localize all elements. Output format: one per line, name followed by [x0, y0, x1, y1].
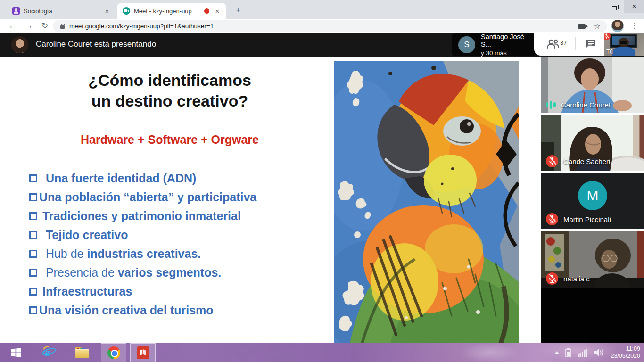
camera-in-use-icon[interactable]	[578, 24, 586, 29]
bullet-list: Una fuerte identidad (ADN) Una población…	[29, 169, 312, 320]
speaking-indicator-icon	[546, 100, 556, 109]
mic-muted-icon	[546, 272, 558, 285]
self-label: Tú	[606, 49, 613, 55]
clock-time: 11:09	[611, 346, 640, 353]
toast-line2: y 30 más	[481, 49, 535, 57]
bullet-item: Una visión creativa del turismo	[29, 301, 312, 320]
slide-title: ¿Cómo identificamos un destino creativo?	[33, 70, 306, 111]
participants-filmstrip: Caroline Couret Cande Sac	[541, 57, 644, 343]
presenting-banner: Caroline Couret está presentando	[36, 40, 156, 49]
network-signal-icon[interactable]	[578, 348, 588, 357]
participants-button[interactable]: 37	[546, 38, 567, 49]
system-tray: 11:09 23/05/2020	[554, 343, 640, 362]
folder-icon	[75, 347, 89, 358]
windows-taskbar: e	[0, 343, 644, 362]
slide-title-line1: ¿Cómo identificamos	[33, 70, 306, 90]
self-video-pip[interactable]: Tú	[604, 33, 644, 56]
bullet-item: Infraestructuras	[29, 282, 312, 301]
video-tile-martin[interactable]: M Martin Piccinali	[541, 173, 644, 229]
internet-explorer-button[interactable]: e	[37, 343, 61, 362]
battery-icon[interactable]	[565, 348, 571, 357]
browser-profile-avatar[interactable]	[611, 20, 624, 32]
tray-expand-icon[interactable]	[554, 351, 559, 354]
url-text[interactable]: meet.google.com/kzy-mgen-uup?pli=1&authu…	[69, 23, 578, 30]
restore-icon	[612, 6, 617, 10]
mic-muted-icon	[604, 33, 611, 40]
window-restore-button[interactable]	[604, 0, 624, 13]
media-recording-indicator-icon	[204, 8, 209, 14]
meet-favicon-icon	[123, 7, 130, 15]
start-button[interactable]	[4, 343, 28, 362]
windows-logo-icon	[10, 347, 22, 358]
tab-title: Meet - kzy-mgen-uup	[134, 8, 200, 15]
window-controls: – ×	[585, 0, 644, 13]
self-person-body	[612, 47, 635, 56]
checkbox-bullet-icon	[29, 250, 37, 258]
meet-top-bar: Caroline Couret está presentando S Santi…	[0, 33, 644, 57]
participant-name: Caroline Couret	[561, 101, 611, 109]
participant-name: Cande Sacheri	[563, 157, 610, 165]
video-tile-caroline[interactable]: Caroline Couret	[541, 57, 644, 113]
reload-button[interactable]: ↻	[39, 20, 51, 32]
checkbox-bullet-icon	[29, 212, 37, 220]
pdf-app-taskbar-button[interactable]	[130, 343, 156, 362]
tab-title: Sociología	[24, 8, 99, 15]
tab-sociologia[interactable]: Sociología ×	[7, 3, 116, 19]
internet-explorer-icon: e	[41, 346, 57, 360]
bullet-item: Una fuerte identidad (ADN)	[29, 169, 312, 188]
address-bar[interactable]: meet.google.com/kzy-mgen-uup?pli=1&authu…	[53, 20, 607, 32]
tab-close-icon[interactable]: ×	[103, 7, 111, 15]
toast-line1: Santiago José S...	[481, 33, 535, 48]
secure-lock-icon	[60, 25, 65, 29]
checkbox-bullet-icon	[29, 306, 37, 314]
bullet-item: Tejido creativo	[29, 225, 312, 244]
presentation-slide: ¿Cómo identificamos un destino creativo?…	[0, 57, 541, 343]
mic-muted-icon	[546, 155, 558, 167]
browser-menu-button[interactable]: ⋮	[629, 20, 640, 32]
video-tile-natalia[interactable]: natalia c	[541, 231, 644, 288]
video-tile-cande[interactable]: Cande Sacheri	[541, 115, 644, 171]
forward-button[interactable]: →	[23, 20, 35, 32]
checkbox-bullet-icon	[29, 174, 37, 182]
sunglasses	[620, 41, 627, 44]
presenter-avatar	[11, 36, 28, 53]
volume-icon[interactable]	[594, 348, 604, 357]
slide-subtitle: Hardware + Software + Orgware	[33, 133, 306, 147]
screen: Sociología × Meet - kzy-mgen-uup × + – ×…	[0, 0, 644, 362]
filmstrip-empty-area	[541, 288, 644, 343]
window-close-button[interactable]: ×	[624, 0, 644, 13]
tab-strip: Sociología × Meet - kzy-mgen-uup × + – ×	[0, 0, 644, 19]
people-icon	[546, 38, 560, 49]
bullet-item: Presencia de varios segmentos.	[29, 263, 312, 282]
chrome-taskbar-button[interactable]	[101, 343, 126, 362]
sociologia-favicon-icon	[12, 7, 20, 15]
divider	[575, 37, 576, 50]
chrome-icon	[107, 346, 120, 359]
tab-close-icon[interactable]: ×	[213, 7, 222, 15]
taskbar-clock[interactable]: 11:09 23/05/2020	[611, 346, 640, 360]
bookmark-star-icon[interactable]: ☆	[594, 22, 601, 31]
tab-meet[interactable]: Meet - kzy-mgen-uup ×	[117, 3, 226, 19]
participant-count-badge: 37	[560, 39, 567, 49]
file-explorer-button[interactable]	[70, 343, 94, 362]
browser-toolbar: ← → ↻ meet.google.com/kzy-mgen-uup?pli=1…	[0, 19, 644, 33]
pdf-app-icon	[137, 346, 149, 359]
initial-avatar: M	[578, 181, 607, 210]
bullet-item: Tradiciones y patrimonio inmaterial	[29, 206, 312, 225]
participant-name: natalia c	[563, 275, 590, 283]
bullet-item: Una población “abierta” y participativa	[29, 188, 312, 206]
clock-date: 23/05/2020	[611, 353, 640, 360]
checkbox-bullet-icon	[29, 231, 37, 239]
participant-name: Martin Piccinali	[563, 215, 611, 223]
checkbox-bullet-icon	[29, 193, 37, 201]
checkbox-bullet-icon	[29, 269, 37, 277]
bullet-item: Hub de industrias creativas.	[29, 244, 312, 263]
parrot-mural-image	[334, 61, 519, 343]
participants-toast[interactable]: S Santiago José S... y 30 más	[452, 33, 535, 56]
chat-icon[interactable]	[585, 39, 596, 49]
window-minimize-button[interactable]: –	[585, 0, 604, 13]
new-tab-button[interactable]: +	[232, 5, 244, 17]
mic-muted-icon	[546, 213, 558, 225]
back-button[interactable]: ←	[7, 20, 19, 32]
slide-title-line2: un destino creativo?	[33, 90, 306, 111]
